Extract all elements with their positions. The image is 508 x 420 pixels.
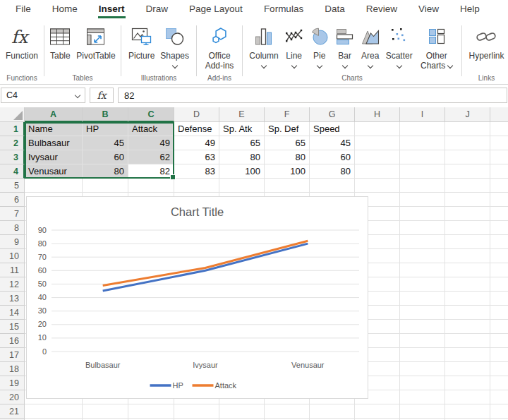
row-header-16[interactable]: 16 [0, 334, 25, 348]
column-header-H[interactable]: H [355, 107, 400, 122]
cell-K15[interactable] [490, 320, 508, 334]
row-header-12[interactable]: 12 [0, 277, 25, 292]
tab-file[interactable]: File [5, 0, 42, 20]
cell-H21[interactable] [355, 404, 400, 419]
cell-I5[interactable] [400, 179, 445, 193]
column-header-F[interactable]: F [265, 107, 310, 122]
row-header-10[interactable]: 10 [0, 249, 25, 263]
cell-G1[interactable]: Speed [310, 122, 355, 136]
cell-K2[interactable] [490, 136, 508, 150]
row-header-1[interactable]: 1 [0, 122, 25, 136]
cell-G5[interactable] [310, 179, 355, 193]
tab-review[interactable]: Review [356, 0, 408, 20]
cell-G4[interactable]: 80 [310, 164, 355, 179]
cell-K19[interactable] [490, 376, 508, 390]
row-header-5[interactable]: 5 [0, 179, 25, 193]
cell-G3[interactable]: 60 [310, 150, 355, 164]
cell-I21[interactable] [400, 404, 445, 419]
cell-I2[interactable] [400, 136, 445, 150]
function-button[interactable]: fxFunction [6, 23, 38, 61]
cell-J2[interactable] [445, 136, 490, 150]
row-header-7[interactable]: 7 [0, 207, 25, 221]
cell-D5[interactable] [174, 179, 219, 193]
cell-J21[interactable] [445, 404, 490, 419]
hyperlink-button[interactable]: Hyperlink [468, 23, 504, 61]
cell-J15[interactable] [445, 320, 490, 334]
cell-A4[interactable]: Venusaur [25, 164, 83, 179]
cell-J7[interactable] [445, 207, 490, 221]
cell-K4[interactable] [490, 164, 508, 179]
row-header-18[interactable]: 18 [0, 362, 25, 376]
cell-K9[interactable] [490, 235, 508, 249]
cell-A21[interactable] [25, 404, 83, 419]
cell-I16[interactable] [400, 334, 445, 348]
tab-formulas[interactable]: Formulas [253, 0, 314, 20]
row-header-6[interactable]: 6 [0, 193, 25, 207]
cell-K13[interactable] [490, 292, 508, 306]
column-header-C[interactable]: C [128, 107, 174, 122]
cell-D2[interactable]: 49 [174, 136, 219, 150]
scatter-button[interactable]: Scatter [386, 23, 413, 68]
cell-K14[interactable] [490, 306, 508, 320]
cell-J4[interactable] [445, 164, 490, 179]
cell-G2[interactable]: 45 [310, 136, 355, 150]
row-header-8[interactable]: 8 [0, 221, 25, 235]
cell-F1[interactable]: Sp. Def [265, 122, 310, 136]
row-header-21[interactable]: 21 [0, 404, 25, 419]
tab-help[interactable]: Help [449, 0, 490, 20]
line-button[interactable]: Line [284, 23, 304, 68]
cell-K16[interactable] [490, 334, 508, 348]
cell-K3[interactable] [490, 150, 508, 164]
cell-H4[interactable] [355, 164, 400, 179]
chevron-down-icon[interactable] [341, 63, 347, 68]
cell-I19[interactable] [400, 376, 445, 390]
cell-F21[interactable] [265, 404, 310, 419]
cell-J10[interactable] [445, 249, 490, 263]
cell-I11[interactable] [400, 263, 445, 277]
chevron-down-icon[interactable] [316, 63, 322, 68]
column-header-G[interactable]: G [310, 107, 355, 122]
column-header-A[interactable]: A [25, 107, 83, 122]
cell-A1[interactable]: Name [25, 122, 83, 136]
cell-F2[interactable]: 65 [265, 136, 310, 150]
cell-H3[interactable] [355, 150, 400, 164]
row-header-14[interactable]: 14 [0, 306, 25, 320]
cell-I7[interactable] [400, 207, 445, 221]
cell-A3[interactable]: Ivysaur [25, 150, 83, 164]
cell-I4[interactable] [400, 164, 445, 179]
cell-K11[interactable] [490, 263, 508, 277]
cell-J5[interactable] [445, 179, 490, 193]
table-button[interactable]: Table [49, 23, 71, 61]
name-box[interactable]: C4 [1, 88, 85, 103]
cell-I18[interactable] [400, 362, 445, 376]
cell-I10[interactable] [400, 249, 445, 263]
cell-J18[interactable] [445, 362, 490, 376]
pivottable-button[interactable]: PivotTable [76, 23, 115, 61]
formula-input[interactable]: 82 [118, 88, 507, 103]
cell-I15[interactable] [400, 320, 445, 334]
series-line-Attack[interactable] [103, 241, 308, 285]
cell-E4[interactable]: 100 [219, 164, 265, 179]
area-button[interactable]: Area [361, 23, 380, 68]
row-header-9[interactable]: 9 [0, 235, 25, 249]
cell-C21[interactable] [128, 404, 174, 419]
cell-J16[interactable] [445, 334, 490, 348]
cell-B3[interactable]: 60 [83, 150, 128, 164]
tab-home[interactable]: Home [42, 0, 88, 20]
column-header-partial[interactable] [490, 107, 508, 122]
cell-B5[interactable] [83, 179, 128, 193]
cell-C4[interactable]: 82 [128, 164, 174, 179]
cell-I6[interactable] [400, 193, 445, 207]
cell-B2[interactable]: 45 [83, 136, 128, 150]
cell-H2[interactable] [355, 136, 400, 150]
chevron-down-icon[interactable] [396, 63, 401, 68]
cell-C2[interactable]: 49 [128, 136, 174, 150]
cell-C5[interactable] [128, 179, 174, 193]
cell-J11[interactable] [445, 263, 490, 277]
cell-K6[interactable] [490, 193, 508, 207]
cell-J20[interactable] [445, 390, 490, 404]
row-header-20[interactable]: 20 [0, 390, 25, 404]
cell-F3[interactable]: 80 [265, 150, 310, 164]
cell-I1[interactable] [400, 122, 445, 136]
column-header-E[interactable]: E [219, 107, 265, 122]
